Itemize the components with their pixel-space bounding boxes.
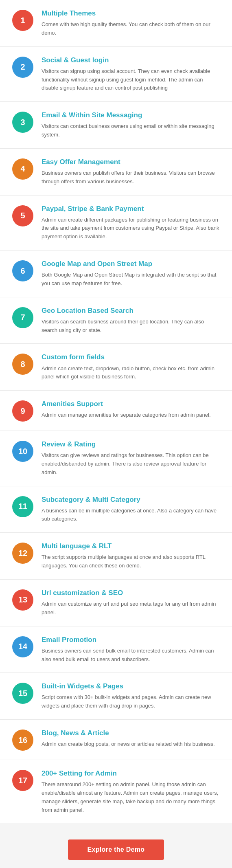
feature-content-7: Geo Location Based SearchVisitors can se… (42, 306, 220, 335)
feature-badge-8: 8 (12, 354, 33, 375)
feature-item: 2Social & Guest loginVisitors can signup… (0, 47, 232, 102)
feature-badge-14: 14 (12, 636, 33, 657)
feature-title-7: Geo Location Based Search (42, 306, 220, 315)
feature-desc-10: Visitors can give reviews and ratings fo… (42, 451, 220, 477)
feature-badge-15: 15 (12, 683, 33, 704)
feature-title-1: Multiple Themes (42, 9, 220, 18)
feature-desc-8: Admin can create text, dropdown, radio b… (42, 365, 220, 382)
feature-title-12: Multi language & RLT (42, 542, 220, 551)
feature-title-10: Review & Rating (42, 440, 220, 449)
feature-desc-2: Visitors can signup using social account… (42, 67, 220, 92)
feature-desc-3: Visitors can contact business owners usi… (42, 122, 220, 139)
feature-desc-16: Admin can create blog posts, or news or … (42, 740, 220, 749)
feature-title-3: Email & Within Site Messaging (42, 111, 220, 120)
feature-item: 4Easy Offer ManagementBusiness owners ca… (0, 149, 232, 196)
feature-desc-14: Business owners can send bulk email to i… (42, 647, 220, 664)
feature-badge-6: 6 (12, 260, 33, 281)
feature-item: 1Multiple ThemesComes with two high qual… (0, 0, 232, 47)
feature-badge-5: 5 (12, 205, 33, 226)
feature-content-15: Built-in Widgets & PagesScript comes wit… (42, 682, 220, 710)
feature-title-14: Email Promotion (42, 635, 220, 644)
main-container: 1Multiple ThemesComes with two high qual… (0, 0, 232, 823)
feature-content-6: Google Map and Open Street MapBoth Googl… (42, 259, 220, 288)
feature-item: 5Paypal, Stripe & Bank PaymentAdmin can … (0, 196, 232, 251)
feature-content-3: Email & Within Site MessagingVisitors ca… (42, 111, 220, 139)
feature-desc-11: A business can be in multiple categories… (42, 507, 220, 524)
feature-desc-17: There arearound 200+ setting on admin pa… (42, 780, 220, 814)
feature-badge-3: 3 (12, 112, 33, 133)
feature-content-13: Url customization & SEOAdmin can customi… (42, 589, 220, 617)
feature-badge-7: 7 (12, 307, 33, 328)
feature-content-2: Social & Guest loginVisitors can signup … (42, 56, 220, 92)
feature-content-4: Easy Offer ManagementBusiness owners can… (42, 158, 220, 186)
feature-badge-12: 12 (12, 543, 33, 564)
feature-desc-7: Visitors can search business around thei… (42, 318, 220, 335)
feature-content-14: Email PromotionBusiness owners can send … (42, 635, 220, 664)
feature-item: 9Amenities SupportAdmin can manage ameni… (0, 391, 232, 431)
feature-title-6: Google Map and Open Street Map (42, 259, 220, 268)
feature-desc-13: Admin can customize any url and put seo … (42, 600, 220, 617)
feature-badge-17: 17 (12, 770, 33, 791)
feature-badge-13: 13 (12, 589, 33, 611)
feature-content-5: Paypal, Stripe & Bank PaymentAdmin can c… (42, 204, 220, 241)
feature-content-1: Multiple ThemesComes with two high quali… (42, 9, 220, 37)
feature-title-16: Blog, News & Article (42, 729, 220, 738)
demo-button-section: Explore the Demo (0, 823, 232, 868)
feature-item: 14Email PromotionBusiness owners can sen… (0, 626, 232, 673)
feature-item: 8Custom form fieldsAdmin can create text… (0, 344, 232, 391)
feature-desc-1: Comes with two high quality themes. You … (42, 20, 220, 37)
feature-badge-11: 11 (12, 496, 33, 517)
feature-title-17: 200+ Setting for Admin (42, 769, 220, 778)
feature-badge-9: 9 (12, 400, 33, 422)
feature-item: 12Multi language & RLTThe script support… (0, 533, 232, 580)
feature-content-11: Subcategory & Multi CategoryA business c… (42, 495, 220, 524)
feature-item: 13Url customization & SEOAdmin can custo… (0, 580, 232, 626)
feature-item: 3Email & Within Site MessagingVisitors c… (0, 102, 232, 149)
feature-title-11: Subcategory & Multi Category (42, 495, 220, 504)
feature-content-17: 200+ Setting for AdminThere arearound 20… (42, 769, 220, 814)
explore-demo-button[interactable]: Explore the Demo (68, 839, 164, 860)
feature-title-8: Custom form fields (42, 353, 220, 362)
feature-title-13: Url customization & SEO (42, 589, 220, 598)
feature-content-8: Custom form fieldsAdmin can create text,… (42, 353, 220, 381)
feature-badge-10: 10 (12, 441, 33, 462)
feature-content-9: Amenities SupportAdmin can manage amenit… (42, 400, 220, 420)
feature-item: 7Geo Location Based SearchVisitors can s… (0, 297, 232, 344)
feature-item: 15Built-in Widgets & PagesScript comes w… (0, 673, 232, 720)
feature-content-12: Multi language & RLTThe script supports … (42, 542, 220, 570)
feature-item: 16Blog, News & ArticleAdmin can create b… (0, 720, 232, 760)
feature-badge-4: 4 (12, 158, 33, 180)
feature-desc-12: The script supports multiple languages a… (42, 553, 220, 570)
feature-badge-16: 16 (12, 730, 33, 751)
feature-desc-9: Admin can manage amenities for separate … (42, 411, 220, 420)
feature-desc-15: Script comes with 30+ built-in widgets a… (42, 693, 220, 710)
feature-title-5: Paypal, Stripe & Bank Payment (42, 204, 220, 213)
feature-item: 11Subcategory & Multi CategoryA business… (0, 486, 232, 533)
feature-item: 17200+ Setting for AdminThere arearound … (0, 760, 232, 823)
feature-item: 6Google Map and Open Street MapBoth Goog… (0, 251, 232, 297)
feature-desc-6: Both Google Map and Open Street Map is i… (42, 271, 220, 288)
feature-title-4: Easy Offer Management (42, 158, 220, 167)
feature-badge-1: 1 (12, 10, 33, 31)
feature-desc-5: Admin can create different packages for … (42, 216, 220, 241)
feature-badge-2: 2 (12, 57, 33, 78)
feature-title-2: Social & Guest login (42, 56, 220, 65)
feature-content-16: Blog, News & ArticleAdmin can create blo… (42, 729, 220, 749)
feature-title-15: Built-in Widgets & Pages (42, 682, 220, 691)
feature-item: 10Review & RatingVisitors can give revie… (0, 431, 232, 486)
feature-desc-4: Business owners can publish offers for t… (42, 169, 220, 186)
feature-title-9: Amenities Support (42, 400, 220, 409)
feature-content-10: Review & RatingVisitors can give reviews… (42, 440, 220, 477)
